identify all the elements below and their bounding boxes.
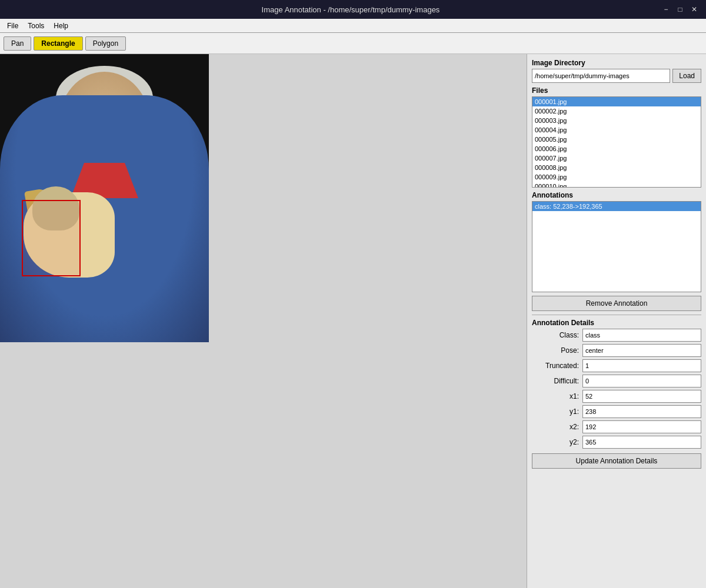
pose-input[interactable]: [582, 344, 701, 357]
x1-label: x1:: [532, 392, 579, 400]
file-item[interactable]: 000006.jpg: [532, 144, 701, 153]
main-layout: Image Directory Load Files 000001.jpg000…: [0, 54, 706, 588]
files-section: Files 000001.jpg000002.jpg000003.jpg0000…: [532, 86, 701, 188]
window-title: Image Annotation - /home/super/tmp/dummy…: [41, 5, 660, 14]
x1-input[interactable]: [582, 390, 701, 403]
image-display: [0, 54, 209, 342]
image-directory-label: Image Directory: [532, 59, 701, 67]
x2-row: x2:: [532, 420, 701, 433]
canvas-area[interactable]: [0, 54, 527, 588]
x1-row: x1:: [532, 390, 701, 403]
side-panel: Image Directory Load Files 000001.jpg000…: [527, 54, 706, 588]
directory-row: Load: [532, 69, 701, 83]
difficult-input[interactable]: [582, 375, 701, 387]
close-button[interactable]: ✕: [688, 4, 700, 15]
annotation-item[interactable]: class: 52,238->192,365: [532, 202, 701, 211]
menu-bar: File Tools Help: [0, 19, 706, 33]
truncated-row: Truncated:: [532, 359, 701, 372]
directory-input[interactable]: [532, 69, 670, 83]
y1-row: y1:: [532, 405, 701, 418]
annotation-details-section: Annotation Details Class: Pose: Truncate…: [532, 315, 701, 469]
menu-file[interactable]: File: [2, 21, 23, 31]
y2-label: y2:: [532, 438, 579, 446]
file-item[interactable]: 000004.jpg: [532, 125, 701, 135]
menu-tools[interactable]: Tools: [23, 21, 49, 31]
file-item[interactable]: 000005.jpg: [532, 135, 701, 144]
maximize-button[interactable]: □: [674, 4, 686, 15]
rectangle-tool-button[interactable]: Rectangle: [34, 36, 82, 51]
y2-input[interactable]: [582, 436, 701, 449]
y1-label: y1:: [532, 407, 579, 416]
file-item[interactable]: 000002.jpg: [532, 106, 701, 116]
remove-annotation-button[interactable]: Remove Annotation: [532, 296, 701, 311]
update-annotation-button[interactable]: Update Annotation Details: [532, 453, 701, 469]
title-bar: Image Annotation - /home/super/tmp/dummy…: [0, 0, 706, 19]
annotations-list[interactable]: class: 52,238->192,365: [532, 201, 701, 292]
image-directory-section: Image Directory Load: [532, 59, 701, 83]
y1-input[interactable]: [582, 405, 701, 418]
annotation-rectangle: [22, 200, 81, 276]
menu-help[interactable]: Help: [49, 21, 73, 31]
difficult-row: Difficult:: [532, 375, 701, 387]
truncated-label: Truncated:: [532, 362, 579, 370]
file-item[interactable]: 000001.jpg: [532, 97, 701, 106]
x2-input[interactable]: [582, 420, 701, 433]
file-item[interactable]: 000009.jpg: [532, 172, 701, 182]
load-button[interactable]: Load: [672, 69, 701, 83]
file-item[interactable]: 000008.jpg: [532, 163, 701, 172]
pose-row: Pose:: [532, 344, 701, 357]
y2-row: y2:: [532, 436, 701, 449]
file-item[interactable]: 000010.jpg: [532, 182, 701, 188]
window-controls: − □ ✕: [660, 4, 700, 15]
truncated-input[interactable]: [582, 359, 701, 372]
files-label: Files: [532, 86, 701, 95]
annotation-details-label: Annotation Details: [532, 319, 701, 327]
file-list[interactable]: 000001.jpg000002.jpg000003.jpg000004.jpg…: [532, 96, 701, 188]
class-label: Class:: [532, 331, 579, 339]
pan-tool-button[interactable]: Pan: [4, 36, 31, 51]
difficult-label: Difficult:: [532, 377, 579, 385]
minimize-button[interactable]: −: [660, 4, 672, 15]
x2-label: x2:: [532, 423, 579, 431]
polygon-tool-button[interactable]: Polygon: [85, 36, 126, 51]
file-item[interactable]: 000007.jpg: [532, 153, 701, 163]
file-item[interactable]: 000003.jpg: [532, 116, 701, 125]
toolbar: Pan Rectangle Polygon: [0, 33, 706, 54]
pose-label: Pose:: [532, 346, 579, 355]
class-input[interactable]: [582, 329, 701, 342]
annotations-label: Annotations: [532, 191, 701, 199]
class-row: Class:: [532, 329, 701, 342]
annotations-section: Annotations class: 52,238->192,365: [532, 191, 701, 292]
